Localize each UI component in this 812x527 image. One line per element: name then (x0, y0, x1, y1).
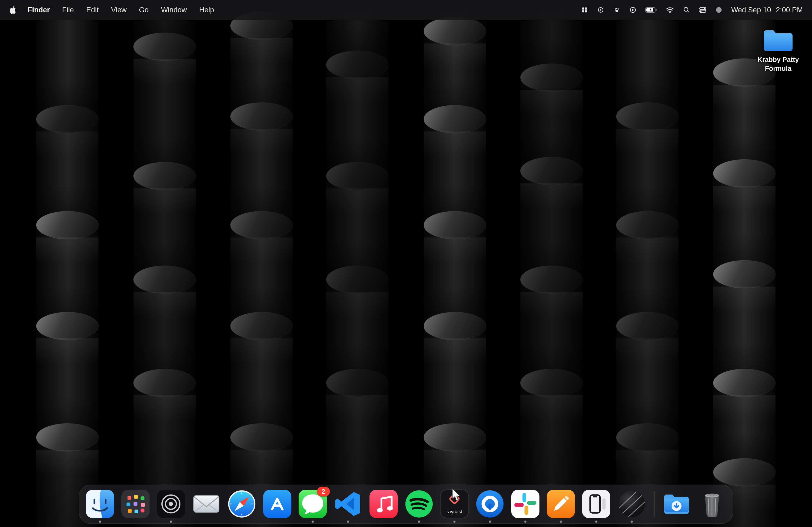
mail-icon (191, 489, 221, 519)
running-indicator-dot (489, 521, 491, 523)
spotlight-search-icon[interactable] (683, 6, 690, 14)
music-icon (369, 489, 399, 519)
desktop-folder-label: Krabby Patty Formula (754, 55, 802, 73)
menu-items: FileEditViewGoWindowHelp (56, 6, 220, 14)
running-indicator-dot (418, 521, 420, 523)
menu-app-name[interactable]: Finder (21, 6, 56, 14)
dock-divider (654, 491, 655, 517)
trash-icon (697, 489, 727, 519)
menu-date: Wed Sep 10 (731, 6, 771, 14)
apple-menu[interactable] (8, 6, 21, 14)
dock-item-slack[interactable] (510, 489, 540, 519)
rings-icon (156, 489, 186, 519)
menu-bar-left: Finder FileEditViewGoWindowHelp (0, 6, 220, 14)
safari-icon (227, 489, 257, 519)
onepassword-icon (475, 489, 505, 519)
paw-icon[interactable] (613, 6, 621, 14)
running-indicator-dot (312, 521, 314, 523)
dock-item-mail[interactable] (191, 489, 221, 519)
sphere-icon (617, 489, 647, 519)
menu-bar: Finder FileEditViewGoWindowHelp Wed Sep … (0, 0, 812, 20)
spotify-icon (404, 489, 434, 519)
menu-item-edit[interactable]: Edit (80, 6, 105, 14)
finder-icon (85, 489, 115, 519)
menu-item-help[interactable]: Help (193, 6, 220, 14)
desktop-folder-krabby-patty[interactable]: Krabby Patty Formula (751, 27, 806, 73)
dock-item-safari[interactable] (227, 489, 257, 519)
running-indicator-dot (560, 521, 562, 523)
dock: 2raycast (79, 485, 733, 524)
menu-time: 2:00 PM (776, 6, 803, 14)
account-circle-icon[interactable] (715, 6, 723, 14)
running-indicator-dot (170, 521, 172, 523)
folder-icon (762, 27, 795, 54)
notification-badge: 2 (317, 487, 330, 496)
dock-item-appstore[interactable] (262, 489, 292, 519)
running-indicator-dot (524, 521, 526, 523)
menu-clock[interactable]: Wed Sep 10 2:00 PM (731, 6, 803, 14)
menu-item-view[interactable]: View (105, 6, 133, 14)
launchpad-icon (120, 489, 151, 519)
mirroring-icon (581, 489, 611, 519)
desktop-wallpaper (0, 0, 812, 527)
wifi-icon[interactable] (666, 6, 674, 13)
dock-item-launchpad[interactable] (120, 489, 151, 519)
appstore-icon (262, 489, 292, 519)
dock-item-messages[interactable]: 2 (298, 489, 328, 519)
dock-item-finder[interactable] (85, 489, 115, 519)
control-center-icon[interactable] (699, 6, 707, 14)
raycast-label: raycast (447, 509, 462, 514)
ring-icon[interactable] (597, 6, 605, 14)
running-indicator-dot (631, 521, 633, 523)
window-grid-icon[interactable] (581, 6, 588, 14)
dock-item-mirroring[interactable] (581, 489, 611, 519)
dock-item-vscode[interactable] (333, 489, 363, 519)
dock-item-spotify[interactable] (404, 489, 434, 519)
menu-item-go[interactable]: Go (133, 6, 155, 14)
dock-item-trash[interactable] (697, 489, 727, 519)
dock-item-onepassword[interactable] (475, 489, 505, 519)
running-indicator-dot (595, 521, 597, 523)
play-circle-icon[interactable] (629, 6, 637, 14)
dock-item-music[interactable] (369, 489, 399, 519)
running-indicator-dot (347, 521, 349, 523)
menu-bar-status: Wed Sep 10 2:00 PM (581, 6, 812, 14)
apple-logo-icon (9, 6, 16, 14)
battery-charging-icon[interactable] (645, 7, 657, 13)
menu-item-window[interactable]: Window (155, 6, 193, 14)
dock-item-sphere[interactable] (617, 489, 647, 519)
dock-item-downloads[interactable] (662, 489, 692, 519)
mouse-cursor (451, 488, 461, 503)
dock-item-pencil[interactable] (546, 489, 576, 519)
pencil-icon (546, 489, 576, 519)
running-indicator-dot (99, 521, 101, 523)
running-indicator-dot (453, 521, 456, 523)
status-icons (581, 6, 723, 14)
vscode-icon (333, 489, 363, 519)
slack-icon (510, 489, 540, 519)
downloads-icon (662, 489, 692, 519)
dock-item-rings[interactable] (156, 489, 186, 519)
menu-item-file[interactable]: File (56, 6, 80, 14)
